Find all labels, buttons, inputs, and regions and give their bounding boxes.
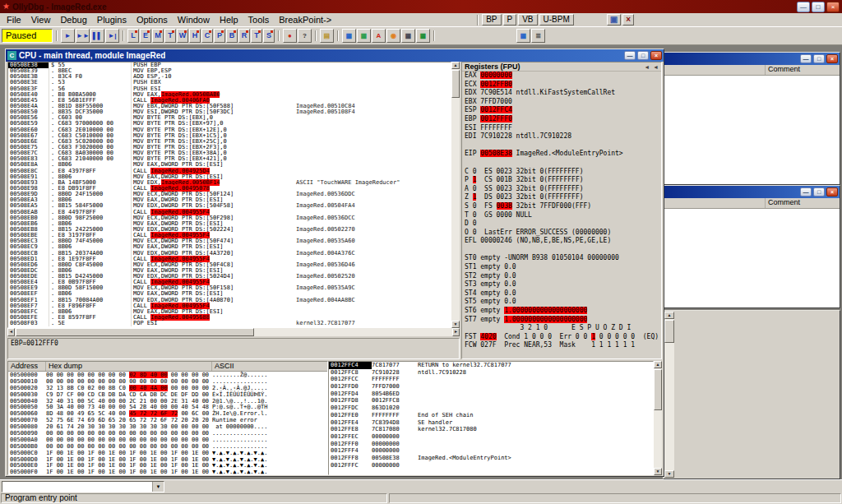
memory-window-button[interactable]: M (152, 29, 164, 43)
register-line[interactable] (462, 141, 661, 150)
dump-row[interactable]: 0050005050 3A 40 00 73 40 00 00 54 2B 40… (8, 404, 327, 410)
disasm-row[interactable]: 00508EC3. 8B0D 74F45000MOV ECX,DWORD PTR… (8, 238, 451, 244)
stack-row[interactable]: 0012FFF400000000 (329, 447, 653, 455)
menu-item-window[interactable]: Window (173, 14, 215, 25)
register-line[interactable] (462, 246, 661, 255)
side-window-middle-maximize-button[interactable]: □ (813, 187, 825, 197)
stack-row[interactable]: 0012FFFC00000000 (329, 462, 653, 469)
combobox-dropdown-icon[interactable]: ▼ (152, 482, 164, 492)
stack-scrollbar[interactable]: ▲ ▼ (654, 361, 662, 475)
stack-row[interactable]: 0012FFD48054B6ED (329, 391, 653, 398)
breakpoints-window-button[interactable]: B (226, 29, 238, 43)
dump-row[interactable]: 0050007052 75 6E 74 69 6D 65 20 65 72 72… (8, 417, 327, 423)
register-line[interactable]: EFL 00000246 (NO,NB,E,BE,NS,PE,GE,LE) (462, 237, 661, 246)
registers-scroll-icon[interactable]: ◄ (653, 64, 659, 70)
references-window-button[interactable]: R (238, 29, 250, 43)
threads-window-button[interactable]: T (164, 29, 176, 43)
tile-windows-button[interactable]: ▦ (516, 29, 530, 43)
side-window-top-titlebar[interactable]: —□× (664, 53, 840, 65)
animate-run-button[interactable]: ►► (76, 29, 90, 43)
side-window-top[interactable]: —□× Comment (663, 52, 840, 185)
side-window-middle-close-button[interactable]: × (826, 187, 838, 197)
disasm-row[interactable]: 00508EF7. E8 F896F8FFCALL ImageRed.00495… (8, 303, 451, 309)
side-window-top-body[interactable] (664, 76, 840, 184)
scrollbar-thumb[interactable] (664, 320, 674, 343)
register-line[interactable]: ST6 empty 1.0000000000000000000 (462, 307, 661, 316)
disassembly-pane[interactable]: 00508E38$ 55PUSH EBP00508E39. 8BECMOV EB… (7, 62, 451, 328)
dump-row[interactable]: 0050002032 13 8B C0 02 00 8B C0 00 40 4A… (8, 385, 327, 391)
menu-item-file[interactable]: File (2, 14, 26, 25)
executables-window-button[interactable]: E (140, 29, 151, 43)
scrollbar-thumb[interactable] (16, 328, 254, 336)
register-line[interactable]: C 0 ES 0023 32bit 0(FFFFFFFF) (462, 168, 661, 177)
scroll-right-icon[interactable]: ► (452, 328, 460, 336)
disasm-row[interactable]: 00508E9D. 8B0D 24F15000MOV ECX,DWORD PTR… (8, 192, 451, 197)
register-line[interactable]: A 0 SS 0023 32bit 0(FFFFFFFF) (462, 185, 661, 194)
green-grid-button[interactable]: ▦ (416, 29, 430, 43)
menu-plugin-button-bp[interactable]: BP (482, 14, 501, 25)
side-window-middle-col-blank[interactable] (664, 198, 766, 208)
handles-window-button[interactable]: H (189, 29, 201, 43)
disasm-row[interactable]: 00508ED6. 8B0D C8F45000MOV ECX,DWORD PTR… (8, 262, 451, 268)
menu-plugin-button-p[interactable]: P (503, 14, 517, 25)
side-window-top-col-blank[interactable] (664, 65, 766, 75)
register-line[interactable]: Z 1 DS 0023 32bit 0(FFFFFFFF) (462, 193, 661, 202)
scroll-down-icon[interactable]: ▼ (451, 321, 460, 328)
disasm-row[interactable]: 00508E3B. 83C4 F0ADD ESP,-10 (8, 74, 451, 80)
disassembly-horizontal-scrollbar[interactable]: ◄ ► (7, 328, 460, 336)
record-button[interactable]: ◉ (386, 29, 400, 43)
scrollbar-thumb[interactable] (654, 369, 662, 410)
register-line[interactable] (462, 159, 661, 168)
menu-item-tools[interactable]: Tools (243, 14, 275, 25)
memory-map-button[interactable]: ▦ (342, 29, 356, 43)
register-line[interactable]: EAX 00000000 (462, 72, 661, 81)
app-maximize-button[interactable]: □ (812, 2, 825, 12)
dump-row[interactable]: 0050000000 00 00 00 00 00 00 00 02 8D 40… (8, 372, 327, 378)
menu-item-debug[interactable]: Debug (55, 14, 91, 25)
menu-item-breakpoint[interactable]: BreakPoint-> (274, 14, 336, 25)
stack-pane[interactable]: 0012FFC47C817077RETURN to kernel32.7C817… (328, 361, 654, 475)
stack-row[interactable]: 0012FFEC00000000 (329, 433, 653, 441)
stack-row[interactable]: 0012FFE47C8394D8SE handler (329, 419, 653, 427)
dump-col-address[interactable]: Address (8, 362, 46, 371)
menu-item-view[interactable]: View (26, 14, 56, 25)
menu-plugin-button-vb[interactable]: VB (518, 14, 537, 25)
dump-row[interactable]: 005000C01F 00 1E 00 1F 00 1E 00 1F 00 1E… (8, 450, 327, 456)
info-pane[interactable]: EBP=0012FFF0 (7, 338, 460, 359)
register-line[interactable]: T 0 GS 0000 NULL (462, 211, 661, 220)
stack-row[interactable]: 0012FFD80012FFC8 (329, 397, 653, 405)
cpu-window-minimize-button[interactable]: — (624, 51, 636, 60)
step-run-button[interactable]: ►| (105, 29, 119, 43)
cpu-window-maximize-button[interactable]: □ (637, 51, 649, 60)
disasm-row[interactable]: 00508F03. 5EPOP ESIkernel32.7C817077 (8, 321, 451, 326)
stack-row[interactable]: 0012FFF800508E38ImageRed.<ModuleEntryPoi… (329, 455, 653, 462)
dump-col-hex[interactable]: Hex dump (46, 362, 212, 371)
menu-item-help[interactable]: Help (215, 14, 243, 25)
stack-row[interactable]: 0012FFD07FFD7000 (329, 383, 653, 391)
app-minimize-button[interactable]: — (797, 2, 810, 12)
register-line[interactable]: ST4 empty 0.0 (462, 289, 661, 298)
stack-row[interactable]: 0012FFE0FFFFFFFFEnd of SEH chain (329, 412, 653, 419)
side-window-middle[interactable]: —□× Comment (663, 185, 840, 308)
pause-button[interactable]: ▌▌ (90, 29, 104, 43)
disasm-row[interactable]: 00508E8C. E8 4397F8FFCALL ImageRed.00492… (8, 169, 451, 174)
register-line[interactable]: S 0 FS 003B 32bit 7FFDF000(FFF) (462, 202, 661, 211)
dump-row[interactable]: 0050008020 61 74 20 30 30 30 30 30 30 30… (8, 423, 327, 430)
dump-row[interactable]: 005000E01F 00 1E 00 1F 00 1E 00 1F 00 1E… (8, 462, 327, 469)
side-window-bottom-scrollbar[interactable]: ▲ ▼ (664, 312, 674, 478)
dump-pane[interactable]: Address Hex dump ASCII 0050000000 00 00 … (7, 361, 328, 475)
register-line[interactable]: ST5 empty 0.0 (462, 298, 661, 307)
menubar-close-button[interactable]: × (622, 14, 634, 25)
scroll-left-icon[interactable]: ◄ (7, 328, 15, 336)
stack-row[interactable]: 0012FFC47C817077RETURN to kernel32.7C817… (329, 362, 653, 369)
scroll-up-icon[interactable]: ▲ (664, 312, 674, 319)
disasm-row[interactable]: 00508EFE. E8 8597F8FFCALL ImageRed.00495… (8, 315, 451, 321)
side-window-middle-titlebar[interactable]: —□× (664, 186, 840, 198)
scroll-up-icon[interactable]: ▲ (654, 361, 662, 368)
menu-item-plugins[interactable]: Plugins (92, 14, 132, 25)
modules-grid-button[interactable]: ▦ (357, 29, 371, 43)
register-line[interactable]: ST1 empty 0.0 (462, 263, 661, 272)
side-window-bottom[interactable]: ▲ ▼ (663, 310, 840, 479)
disasm-row[interactable]: 00508E3E. 53PUSH EBX (8, 80, 451, 86)
register-line[interactable]: P 1 CS 001B 32bit 0(FFFFFFFF) (462, 176, 661, 185)
